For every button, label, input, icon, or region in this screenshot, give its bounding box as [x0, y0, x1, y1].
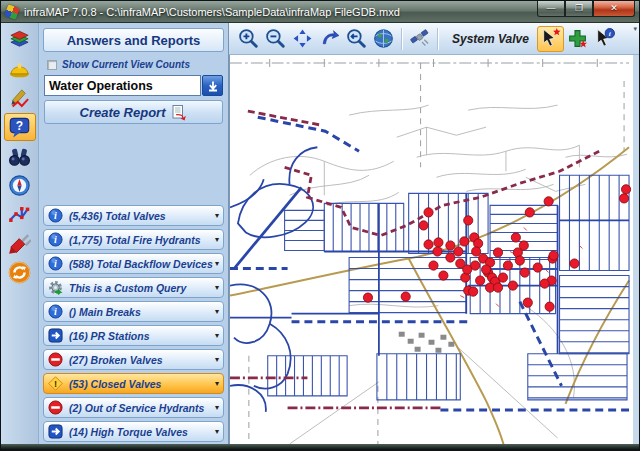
water-main-grid: [268, 175, 629, 400]
custom-query-gear-icon: [48, 280, 63, 295]
query-item-main-breaks[interactable]: () Main Breaks: [43, 301, 224, 322]
expand-caret-icon[interactable]: [215, 283, 219, 292]
navigation-button[interactable]: [4, 171, 36, 199]
query-label: (14) High Torque Valves: [69, 426, 215, 438]
previous-extent-button[interactable]: [316, 26, 343, 52]
layers-button[interactable]: [4, 26, 36, 54]
select-asset-button[interactable]: [537, 26, 564, 52]
close-button[interactable]: ✕: [593, 1, 635, 17]
info-icon: [48, 232, 63, 247]
toolbar-overflow-icon[interactable]: ▾: [633, 23, 637, 33]
pan-icon: [292, 28, 313, 49]
expand-caret-icon[interactable]: [215, 427, 219, 436]
expand-caret-icon[interactable]: [215, 235, 219, 244]
layers-icon: [8, 29, 31, 52]
panel-title: Answers and Reports: [43, 28, 224, 52]
identify-asset-button[interactable]: [591, 26, 618, 52]
query-item-pr-stations[interactable]: (16) PR Stations: [43, 325, 224, 346]
warning-icon: [48, 376, 63, 391]
window-controls: — ❐ ✕: [537, 1, 635, 17]
window-bottom-frame: [1, 444, 639, 450]
app-window: infraMAP 7.0.8 - C:\infraMAP\Customers\S…: [0, 0, 640, 451]
query-item-custom-query[interactable]: This is a Custom Query: [43, 277, 224, 298]
globe-icon: [373, 28, 394, 49]
query-item-total-valves[interactable]: (5,436) Total Valves: [43, 205, 224, 226]
query-item-out-of-service-hydrants[interactable]: (2) Out of Service Hydrants: [43, 397, 224, 418]
expand-caret-icon[interactable]: [215, 355, 219, 364]
answers-reports-icon: [8, 116, 31, 139]
map-viewport[interactable]: [229, 55, 633, 446]
query-item-total-fire-hydrants[interactable]: (1,775) Total Fire Hydrants: [43, 229, 224, 250]
binoculars-icon: [8, 145, 31, 168]
info-icon: [48, 256, 63, 271]
trace-icon: [8, 203, 31, 226]
go-arrow-icon: [48, 328, 63, 343]
query-label: (5,436) Total Valves: [69, 210, 215, 222]
compass-icon: [8, 174, 31, 197]
trace-button[interactable]: [4, 200, 36, 228]
expand-caret-icon[interactable]: [215, 403, 219, 412]
zoom-previous-icon: [346, 28, 367, 49]
category-select[interactable]: Water Operations: [44, 75, 223, 96]
add-asset-button[interactable]: [564, 26, 591, 52]
dropdown-arrow-icon: [206, 79, 220, 93]
toolbar-divider: [401, 28, 402, 50]
create-report-button[interactable]: Create Report: [44, 100, 223, 124]
expand-caret-icon[interactable]: [215, 331, 219, 340]
redline-icon: [8, 87, 31, 110]
previous-extent-icon: [319, 28, 340, 49]
query-list: (5,436) Total Valves (1,775) Total Fire …: [43, 205, 224, 442]
query-label: (588) Total Backflow Devices: [69, 258, 215, 270]
maximize-button[interactable]: ❐: [565, 1, 593, 17]
window-title: infraMAP 7.0.8 - C:\infraMAP\Customers\S…: [24, 6, 400, 18]
module-toolbar: [1, 23, 39, 446]
search-button[interactable]: [4, 142, 36, 170]
query-label: (2) Out of Service Hydrants: [69, 402, 215, 414]
show-view-counts-row[interactable]: Show Current View Counts: [47, 59, 222, 70]
category-select-dropdown-button[interactable]: [202, 75, 223, 96]
go-arrow-icon: [48, 424, 63, 439]
full-extent-button[interactable]: [370, 26, 397, 52]
no-entry-icon: [48, 400, 63, 415]
zoom-in-icon: [238, 28, 259, 49]
query-label: (1,775) Total Fire Hydrants: [69, 234, 215, 246]
expand-caret-icon[interactable]: [215, 379, 219, 388]
identify-asset-icon: [594, 28, 615, 49]
query-item-broken-valves[interactable]: (27) Broken Valves: [43, 349, 224, 370]
show-view-counts-label: Show Current View Counts: [62, 59, 190, 70]
query-label: () Main Breaks: [69, 306, 215, 318]
info-icon: [48, 304, 63, 319]
answers-reports-panel: Answers and Reports Show Current View Co…: [39, 23, 229, 446]
create-report-label: Create Report: [80, 105, 166, 120]
query-label: This is a Custom Query: [69, 282, 215, 294]
pan-button[interactable]: [289, 26, 316, 52]
query-item-closed-valves[interactable]: (53) Closed Valves: [43, 373, 224, 394]
zoom-out-button[interactable]: [262, 26, 289, 52]
expand-caret-icon[interactable]: [215, 211, 219, 220]
active-asset-label: System Valve: [452, 32, 529, 46]
field-tools-button[interactable]: [4, 55, 36, 83]
redline-button[interactable]: [4, 84, 36, 112]
satellite-icon: [409, 28, 430, 49]
disconnect-button[interactable]: [4, 229, 36, 257]
expand-caret-icon[interactable]: [215, 307, 219, 316]
info-icon: [48, 208, 63, 223]
title-bar: infraMAP 7.0.8 - C:\infraMAP\Customers\S…: [1, 1, 640, 23]
query-label: (53) Closed Valves: [69, 378, 215, 390]
query-item-high-torque-valves[interactable]: (14) High Torque Valves: [43, 421, 224, 442]
minimize-button[interactable]: —: [537, 1, 565, 17]
query-item-total-backflow-devices[interactable]: (588) Total Backflow Devices: [43, 253, 224, 274]
map-toolbar: System Valve ▾: [229, 23, 639, 55]
zoom-in-button[interactable]: [235, 26, 262, 52]
report-icon: [170, 104, 187, 121]
gps-button[interactable]: [406, 26, 433, 52]
no-entry-icon: [48, 352, 63, 367]
expand-caret-icon[interactable]: [215, 259, 219, 268]
answers-reports-button[interactable]: [4, 113, 36, 141]
category-select-value[interactable]: Water Operations: [44, 75, 201, 96]
sync-button[interactable]: [4, 258, 36, 286]
zoom-previous-button[interactable]: [343, 26, 370, 52]
show-view-counts-checkbox[interactable]: [47, 60, 57, 70]
disconnect-plug-icon: [8, 232, 31, 255]
toolbar-divider: [437, 28, 438, 50]
